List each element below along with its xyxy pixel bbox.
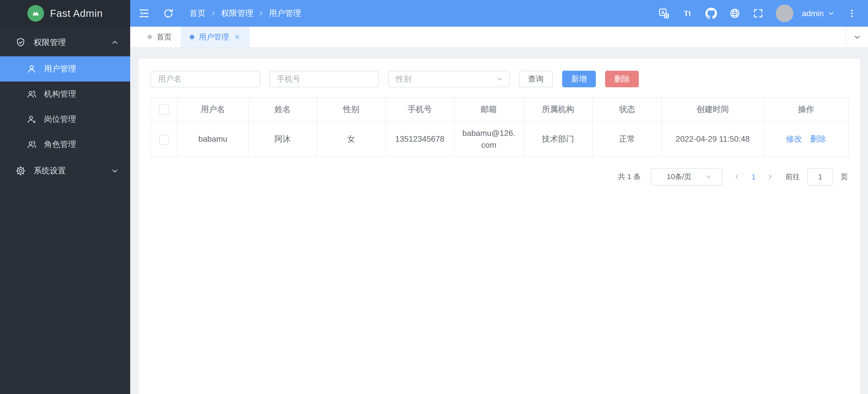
sidebar-group-system-settings[interactable]: 系统设置 [0,157,130,185]
cell-org: 技术部门 [524,121,593,157]
breadcrumb-user-management: 用户管理 [269,8,301,19]
chevron-down-icon [853,33,862,41]
total-count-label: 共 1 条 [618,172,641,182]
globe-icon[interactable] [729,7,741,19]
breadcrumb-permissions[interactable]: 权限管理 [221,8,253,19]
cell-created: 2022-04-29 11:50:48 [662,121,764,157]
column-header: 用户名 [178,97,248,121]
cell-status: 正常 [593,121,662,157]
sidebar-item-org-management[interactable]: 机构管理 [0,82,130,107]
chevron-down-icon [827,9,835,17]
cell-actions: 修改删除 [764,121,848,157]
sidebar: Fast Admin 权限管理 用户管理 [0,0,130,394]
page-number-current[interactable]: 1 [751,173,756,181]
sidebar-group-label: 系统设置 [34,165,111,176]
avatar[interactable] [776,4,793,22]
prev-page-icon[interactable] [733,173,741,181]
delete-button[interactable]: 删除 [605,71,639,87]
username-label: admin [802,9,824,18]
content-card: 性别 查询 新增 删除 用户名 姓名 性别 手机号 邮箱 所属机构 状态 [138,59,860,394]
gender-filter-select[interactable]: 性别 [388,71,509,87]
language-icon[interactable]: A [658,7,670,19]
sidebar-item-post-management[interactable]: 岗位管理 [0,107,130,132]
user-plus-icon [26,114,37,124]
goto-page-input[interactable] [807,168,833,186]
font-size-icon[interactable]: Tt [682,7,693,19]
sidebar-item-label: 机构管理 [44,89,76,100]
chevron-right-icon [258,10,265,17]
svg-text:Tt: Tt [684,9,691,17]
phone-filter-input[interactable] [269,71,379,87]
close-icon[interactable] [234,34,241,40]
chevron-up-icon [111,38,119,47]
next-page-icon[interactable] [766,173,774,181]
tab-overflow-button[interactable] [846,27,868,47]
search-button[interactable]: 查询 [519,71,553,87]
goto-label: 前往 [785,172,800,182]
sidebar-item-label: 岗位管理 [44,114,76,125]
gender-select-placeholder: 性别 [396,74,411,84]
cell-phone: 13512345678 [385,121,454,157]
chevron-right-icon [210,10,217,17]
column-header: 性别 [317,97,385,121]
shield-check-icon [15,37,26,48]
add-button[interactable]: 新增 [562,71,596,87]
refresh-icon[interactable] [163,8,174,19]
column-header: 邮箱 [454,97,524,121]
gear-icon [15,165,26,176]
logo-mountain-icon [27,5,44,22]
column-header: 创建时间 [662,97,764,121]
column-header: 状态 [593,97,662,121]
column-header: 手机号 [385,97,454,121]
breadcrumb-home[interactable]: 首页 [189,8,206,19]
github-icon[interactable] [705,7,717,19]
pager: 1 [733,173,774,181]
cell-gender: 女 [317,121,385,157]
tab-bar: 首页 用户管理 [130,27,868,48]
column-header: 所属机构 [524,97,593,121]
top-header-bar: 首页 权限管理 用户管理 A Tt [130,0,868,27]
sidebar-item-label: 用户管理 [44,63,76,75]
table-header-row: 用户名 姓名 性别 手机号 邮箱 所属机构 状态 创建时间 操作 [151,97,848,121]
more-vertical-icon[interactable] [847,8,857,18]
sidebar-item-role-management[interactable]: 角色管理 [0,132,130,157]
cell-username: babamu [178,121,248,157]
tab-user-management[interactable]: 用户管理 [181,27,250,47]
user-icon [26,64,37,74]
user-menu[interactable]: admin [802,9,835,18]
sidebar-item-user-management[interactable]: 用户管理 [0,56,130,82]
select-all-checkbox[interactable] [159,105,169,114]
column-header: 操作 [764,97,848,121]
page-unit-label: 页 [841,172,848,182]
chevron-down-icon [111,167,119,175]
tab-label: 用户管理 [199,32,229,42]
users-icon [26,89,37,100]
username-filter-input[interactable] [151,71,260,87]
delete-link[interactable]: 删除 [810,134,826,143]
page-size-select[interactable]: 10条/页 [651,168,722,186]
sidebar-menu: 权限管理 用户管理 机构管理 [0,27,130,185]
row-checkbox[interactable] [159,135,169,145]
app-title: Fast Admin [50,8,103,19]
tab-home[interactable]: 首页 [138,27,181,47]
page-size-value: 10条/页 [667,172,691,182]
user-table: 用户名 姓名 性别 手机号 邮箱 所属机构 状态 创建时间 操作 babamu … [151,97,849,157]
tab-label: 首页 [157,32,172,42]
cell-email: babamu@126.com [454,121,524,157]
breadcrumb: 首页 权限管理 用户管理 [189,8,301,19]
column-header: 姓名 [248,97,317,121]
cell-name: 阿沐 [248,121,317,157]
fullscreen-icon[interactable] [753,8,764,19]
filter-toolbar: 性别 查询 新增 删除 [151,71,848,87]
chevron-down-icon [496,76,503,83]
edit-link[interactable]: 修改 [786,134,802,143]
tab-dot [190,35,194,39]
table-row: babamu 阿沐 女 13512345678 babamu@126.com 技… [151,121,848,157]
pagination: 共 1 条 10条/页 1 前往 页 [151,168,848,186]
sidebar-group-permissions[interactable]: 权限管理 [0,29,130,56]
chevron-down-icon [705,174,712,180]
tab-dot [148,35,152,39]
app-logo[interactable]: Fast Admin [0,0,130,27]
sidebar-item-label: 角色管理 [44,139,76,150]
collapse-sidebar-icon[interactable] [138,7,150,19]
